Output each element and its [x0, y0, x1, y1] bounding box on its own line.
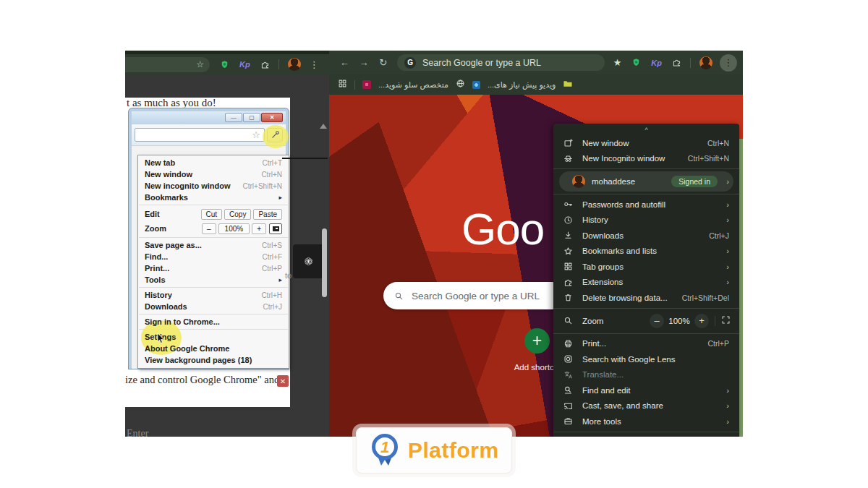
chevron-right-icon — [723, 417, 729, 426]
old-menu-item-history[interactable]: HistoryCtrl+H — [138, 289, 289, 301]
old-menu-item-new-window[interactable]: New windowCtrl+N — [138, 168, 289, 180]
globe-favicon[interactable] — [456, 78, 465, 91]
menu-item-tab-groups[interactable]: Tab groups — [553, 259, 739, 275]
extensions-puzzle-icon[interactable] — [260, 60, 270, 69]
old-menu-item-background-pages[interactable]: View background pages (18) — [138, 354, 289, 366]
page-scrollbar[interactable] — [322, 228, 327, 297]
cut-button[interactable]: Cut — [201, 209, 223, 220]
menu-item-history[interactable]: History — [553, 213, 739, 228]
platform-logo-card: 1 Platform — [356, 427, 512, 474]
close-button[interactable]: ✕ — [261, 113, 283, 122]
forward-icon[interactable] — [354, 57, 374, 68]
kp-extension-icon[interactable]: Kp — [239, 60, 250, 69]
menu-item-find-and-edit[interactable]: Find and edit — [553, 382, 739, 398]
reload-icon[interactable] — [373, 57, 393, 68]
briefcase-icon — [553, 416, 582, 426]
page-rule-line — [282, 158, 328, 159]
old-menu-item-save-page[interactable]: Save page as...Ctrl+S — [138, 239, 289, 251]
shield-extension-icon[interactable] — [220, 60, 229, 69]
zoom-value: 100% — [664, 317, 694, 325]
old-address-row — [132, 124, 286, 146]
bookmark-item[interactable]: متخصص سلو شوید... — [378, 80, 448, 90]
scroll-up-caret-icon[interactable] — [553, 125, 739, 135]
bookmarks-folder-icon[interactable] — [563, 78, 573, 91]
menu-item-new-incognito[interactable]: New Incognito windowCtrl+Shift+N — [553, 151, 739, 167]
profile-avatar — [572, 175, 585, 188]
old-bookmark-star-icon[interactable] — [252, 130, 260, 140]
shield-extension-icon[interactable] — [631, 58, 641, 67]
menu-item-print[interactable]: Print...Ctrl+P — [553, 336, 739, 352]
menu-divider — [553, 308, 739, 309]
old-menu-item-new-incognito[interactable]: New incognito windowCtrl+Shift+N — [138, 180, 289, 192]
toolbar-divider — [278, 59, 279, 69]
menu-item-new-window[interactable]: New windowCtrl+N — [553, 135, 739, 151]
old-address-input[interactable] — [135, 128, 265, 142]
zoom-out-button[interactable]: – — [650, 314, 664, 328]
zoom-out-button[interactable]: – — [202, 223, 216, 234]
copy-button[interactable]: Copy — [224, 209, 251, 220]
browser-menu-button-active[interactable] — [720, 54, 737, 72]
add-shortcut-button[interactable]: + — [524, 328, 550, 354]
apps-grid-icon[interactable] — [338, 78, 347, 91]
address-bar[interactable]: G Search Google or type a URL — [397, 54, 605, 71]
menu-item-downloads[interactable]: DownloadsCtrl+J — [553, 228, 739, 244]
menu-divider — [553, 333, 739, 334]
chevron-right-icon — [723, 278, 729, 286]
scroll-up-arrow-icon[interactable] — [320, 124, 327, 129]
close-badge-icon[interactable]: ✕ — [277, 375, 289, 387]
menu-item-cast-save-share[interactable]: Cast, save, and share — [553, 398, 739, 414]
menu-separator — [139, 205, 288, 205]
old-menu-item-find[interactable]: Find...Ctrl+F — [138, 251, 289, 262]
old-menu-item-new-tab[interactable]: New tabCtrl+T — [138, 157, 289, 168]
extensions-puzzle-icon[interactable] — [672, 58, 681, 67]
wrench-menu-button[interactable] — [267, 128, 283, 142]
menu-item-google-lens[interactable]: Search with Google Lens — [553, 351, 739, 367]
menu-item-profile[interactable]: mohaddese Signed in — [559, 171, 733, 192]
bookmark-star-icon[interactable] — [196, 60, 204, 69]
bookmark-item[interactable]: ویدیو پیش نیاز های... — [488, 80, 556, 90]
menu-item-delete-browsing-data[interactable]: Delete browsing data...Ctrl+Shift+Del — [553, 290, 739, 306]
menu-item-more-tools[interactable]: More tools — [553, 414, 739, 429]
browser-menu-icon[interactable] — [310, 60, 319, 69]
old-menu-item-tools[interactable]: Tools — [138, 274, 289, 286]
menu-separator — [139, 314, 288, 314]
chevron-right-icon — [723, 401, 729, 410]
tutorial-heading-bottom: ize and control Google Chrome" and — [125, 374, 279, 386]
profile-avatar[interactable] — [699, 56, 712, 69]
old-menu-item-downloads[interactable]: DownloadsCtrl+J — [138, 301, 289, 312]
menu-item-passwords[interactable]: Passwords and autofill — [553, 197, 739, 213]
paste-button[interactable]: Paste — [253, 209, 282, 220]
fullscreen-icon[interactable] — [721, 315, 731, 326]
tutorial-page: t as much as you do! — ▢ ✕ — [125, 74, 329, 437]
old-menu-item-settings[interactable]: Settings — [138, 331, 289, 343]
old-menu-item-bookmarks[interactable]: Bookmarks — [138, 192, 289, 203]
tutorial-heading-top: t as much as you do! — [127, 97, 216, 109]
menu-item-extensions[interactable]: Extensions — [553, 275, 739, 291]
zoom-in-button[interactable]: + — [694, 314, 709, 328]
old-menu-item-print[interactable]: Print...Ctrl+P — [138, 262, 289, 274]
bookmark-favicon[interactable] — [472, 81, 480, 89]
old-menu-item-sign-in[interactable]: Sign in to Chrome... — [138, 316, 289, 328]
address-bar-text[interactable]: Search Google or type a URL — [422, 58, 541, 68]
kp-extension-icon[interactable]: Kp — [651, 59, 662, 67]
minimize-button[interactable]: — — [225, 113, 242, 122]
menu-item-bookmarks[interactable]: Bookmarks and lists — [553, 244, 739, 260]
back-icon[interactable] — [335, 57, 354, 68]
star-icon — [553, 247, 582, 256]
fullscreen-button[interactable] — [269, 223, 282, 234]
google-search-box[interactable]: Search Google or type a URL — [383, 282, 566, 309]
bookmark-star-filled-icon[interactable] — [613, 58, 622, 67]
zoom-in-button[interactable]: + — [252, 223, 266, 234]
mouse-cursor-icon — [157, 333, 166, 345]
chevron-right-icon — [723, 177, 729, 186]
maximize-button[interactable]: ▢ — [243, 113, 260, 122]
bookmarks-divider — [354, 80, 355, 90]
menu-item-help[interactable]: Help — [553, 435, 739, 437]
page-scrollbar-strip[interactable] — [739, 139, 743, 437]
left-address-bar[interactable] — [125, 57, 210, 72]
profile-avatar[interactable] — [288, 58, 301, 71]
video-frame: Kp t as much as you do! — ▢ ✕ — [0, 0, 868, 488]
grid-icon — [553, 262, 582, 271]
bookmark-favicon[interactable] — [362, 80, 371, 89]
lens-icon — [553, 354, 582, 364]
